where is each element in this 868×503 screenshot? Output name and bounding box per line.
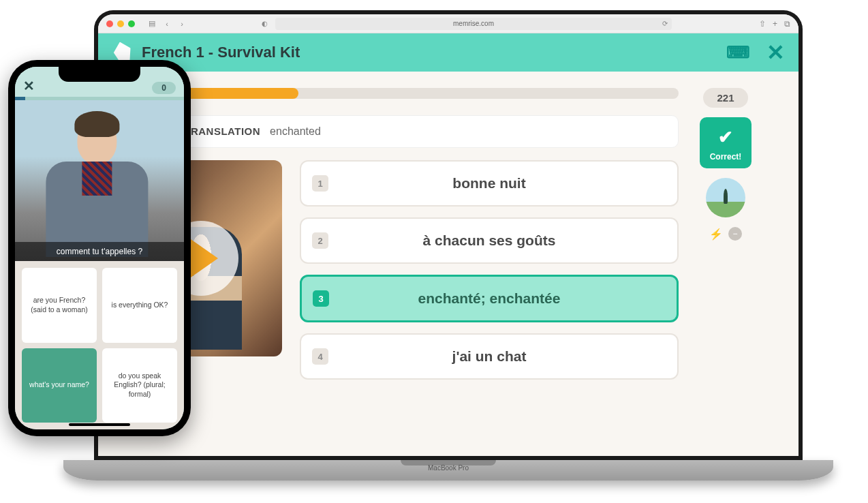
address-bar[interactable]: ◐ memrise.com ⟳ (275, 18, 672, 30)
mobile-caption: comment tu t'appelles ? (15, 242, 184, 261)
back-button[interactable]: ‹ (161, 18, 173, 29)
window-controls (106, 20, 135, 27)
mobile-option-4[interactable]: do you speak English? (plural; formal) (102, 348, 177, 423)
answer-option-1[interactable]: 1 bonne nuit (300, 160, 679, 207)
macbook-screen: ▤ ‹ › ◐ memrise.com ⟳ ⇧ + ⧉ (98, 14, 799, 456)
option-text: bonne nuit (315, 175, 664, 192)
app-body: LITERAL TRANSLATION enchanted (98, 72, 799, 456)
ignore-icon[interactable]: − (728, 227, 742, 241)
macbook-device: ▤ ‹ › ◐ memrise.com ⟳ ⇧ + ⧉ (94, 10, 803, 491)
score-display: 221 (703, 88, 747, 108)
feedback-card: ✔ Correct! (700, 117, 751, 168)
browser-toolbar: ▤ ‹ › ◐ memrise.com ⟳ ⇧ + ⧉ (98, 14, 799, 33)
privacy-icon: ◐ (262, 20, 268, 27)
option-number: 4 (312, 348, 328, 365)
browser-nav: ▤ ‹ › (146, 18, 188, 29)
plant-avatar-icon[interactable] (706, 178, 745, 217)
question-area: 1 bonne nuit 2 à chacun ses goûts 3 ench… (120, 160, 679, 380)
iphone-notch (59, 67, 140, 82)
course-title: French 1 - Survival Kit (142, 44, 726, 61)
progress-row (120, 88, 679, 99)
iphone-screen: ✕ 0 comment tu t'appelles ? are you Fren… (15, 67, 184, 429)
tabs-icon[interactable]: ⧉ (784, 19, 790, 29)
share-icon[interactable]: ⇧ (759, 19, 766, 29)
mobile-video[interactable]: comment tu t'appelles ? (15, 100, 184, 261)
mobile-option-1[interactable]: are you French? (said to a woman) (22, 268, 97, 343)
window-close-button[interactable] (106, 20, 113, 27)
check-icon: ✔ (704, 127, 747, 148)
macbook-base: MacBook Pro (63, 460, 833, 481)
window-maximize-button[interactable] (128, 20, 135, 27)
mobile-score: 0 (152, 82, 176, 94)
progress-bar (120, 88, 679, 99)
mobile-option-2[interactable]: is everything OK? (102, 268, 177, 343)
url-text: memrise.com (453, 20, 494, 27)
answer-option-2[interactable]: 2 à chacun ses goûts (300, 217, 679, 264)
mobile-options: are you French? (said to a woman) is eve… (15, 261, 184, 429)
close-session-button[interactable]: ✕ (766, 40, 785, 65)
answer-option-3[interactable]: 3 enchanté; enchantée (300, 275, 679, 322)
macbook-label: MacBook Pro (428, 464, 469, 472)
browser-right-controls: ⇧ + ⧉ (759, 19, 790, 29)
option-text: à chacun ses goûts (315, 232, 664, 249)
keyboard-icon[interactable]: ⌨ (726, 43, 750, 62)
reload-icon[interactable]: ⟳ (662, 20, 668, 27)
new-tab-icon[interactable]: + (773, 19, 777, 29)
app-content: French 1 - Survival Kit ⌨ ✕ (98, 33, 799, 456)
option-text: j'ai un chat (315, 348, 664, 365)
feedback-text: Correct! (704, 152, 747, 162)
iphone-device: ✕ 0 comment tu t'appelles ? are you Fren… (8, 60, 191, 436)
home-indicator[interactable] (69, 423, 130, 426)
answer-option-4[interactable]: 4 j'ai un chat (300, 333, 679, 380)
answer-options: 1 bonne nuit 2 à chacun ses goûts 3 ench… (300, 160, 679, 380)
option-number: 1 (312, 175, 328, 192)
option-text: enchanté; enchantée (315, 290, 663, 307)
lightning-icon[interactable]: ⚡ (709, 227, 723, 241)
prompt-bar: LITERAL TRANSLATION enchanted (120, 115, 679, 148)
option-number: 2 (312, 232, 328, 249)
side-column: 221 ✔ Correct! ⚡ − (695, 88, 756, 440)
sidebar-toggle-icon[interactable]: ▤ (146, 18, 158, 29)
mobile-option-3[interactable]: what's your name? (22, 348, 97, 423)
mobile-video-person (35, 111, 158, 261)
forward-button[interactable]: › (176, 18, 188, 29)
side-actions: ⚡ − (709, 227, 742, 241)
window-minimize-button[interactable] (117, 20, 124, 27)
option-number: 3 (313, 290, 329, 307)
play-icon (191, 239, 218, 277)
macbook-bezel: ▤ ‹ › ◐ memrise.com ⟳ ⇧ + ⧉ (94, 10, 803, 460)
mobile-close-button[interactable]: ✕ (23, 78, 35, 94)
app-header: French 1 - Survival Kit ⌨ ✕ (98, 33, 799, 72)
prompt-word: enchanted (270, 125, 321, 138)
